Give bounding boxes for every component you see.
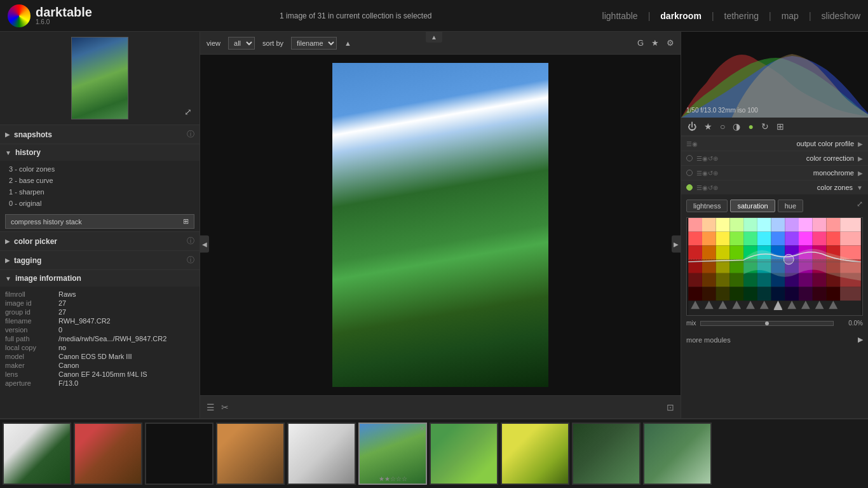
filmstrip-thumb[interactable]: [287, 423, 356, 485]
compress-history-button[interactable]: compress history stack ⊞: [5, 214, 194, 229]
top-collapse-button[interactable]: ▲: [426, 32, 442, 43]
export-icon[interactable]: ⊡: [667, 402, 674, 412]
svg-rect-13: [688, 232, 702, 246]
svg-rect-51: [716, 273, 730, 287]
filmstrip-thumb[interactable]: [3, 423, 71, 485]
filmstrip-rating[interactable]: ★★☆☆☆: [379, 475, 407, 482]
cz-tab-hue[interactable]: hue: [778, 200, 803, 212]
color-correction-header[interactable]: ☰ ◉ ↺ ⊕ color correction ▶: [681, 151, 868, 165]
sort-asc-icon[interactable]: ▲: [344, 39, 351, 47]
image-info-title: image information: [15, 274, 194, 283]
more-modules-button[interactable]: more modules ▶: [681, 332, 868, 348]
module-reset-icon2[interactable]: ↺: [708, 155, 713, 162]
more-modules-arrow-icon: ▶: [858, 336, 863, 344]
quick-access-icon[interactable]: ✂: [221, 402, 229, 412]
color-zones-header[interactable]: ☰ ◉ ↺ ⊕ color zones ▼: [681, 180, 868, 194]
color-picker-info-icon[interactable]: ⓘ: [187, 236, 194, 247]
full-circle-icon[interactable]: ●: [748, 121, 753, 132]
mix-slider[interactable]: [700, 321, 834, 326]
color-zones-grid[interactable]: [686, 217, 863, 316]
module-presets-icon3[interactable]: ◉: [702, 170, 708, 177]
module-reset-icon4[interactable]: ↺: [708, 184, 713, 191]
monochrome-enable[interactable]: [686, 170, 693, 176]
svg-rect-6: [757, 218, 771, 232]
history-header[interactable]: ▼ history: [0, 144, 200, 161]
grid-icon[interactable]: ⊞: [776, 121, 784, 132]
filmstrip-thumb[interactable]: [430, 423, 498, 485]
info-group-id: group id 27: [5, 308, 194, 316]
tagging-section: ▶ tagging ⓘ: [0, 250, 200, 269]
left-panel-collapse-button[interactable]: ◀: [200, 236, 209, 253]
cz-expand-icon[interactable]: ⤢: [857, 200, 863, 212]
filmstrip-thumb[interactable]: [572, 423, 641, 485]
image-info-header[interactable]: ▼ image information: [0, 270, 200, 287]
tagging-header[interactable]: ▶ tagging ⓘ: [0, 251, 200, 269]
filmstrip-thumb-selected[interactable]: ✕ ★★☆☆☆: [358, 423, 427, 485]
presets-star-icon[interactable]: ★: [704, 121, 712, 132]
svg-rect-4: [729, 218, 743, 232]
cz-tab-lightness[interactable]: lightness: [686, 200, 728, 212]
module-list-icon3[interactable]: ☰: [696, 170, 702, 177]
grid-view-icon[interactable]: G: [637, 38, 644, 48]
module-presets-icon4[interactable]: ◉: [702, 184, 708, 191]
filmstrip-thumb[interactable]: [501, 423, 569, 485]
nav-lighttable[interactable]: lighttable: [602, 11, 638, 21]
module-list-icon2[interactable]: ☰: [696, 155, 702, 162]
module-list-icon[interactable]: ☰: [207, 402, 215, 412]
svg-rect-8: [785, 218, 799, 232]
tagging-info-icon[interactable]: ⓘ: [187, 255, 194, 266]
monochrome-arrow-icon: ▶: [858, 170, 863, 177]
history-item[interactable]: 3 - color zones: [5, 163, 194, 175]
svg-rect-23: [826, 232, 840, 246]
module-presets-icon2[interactable]: ◉: [702, 155, 708, 162]
nav-slideshow[interactable]: slideshow: [822, 11, 860, 21]
filmstrip-thumb[interactable]: [74, 423, 142, 485]
right-panel-collapse-button[interactable]: ▶: [672, 236, 681, 253]
svg-rect-5: [743, 218, 757, 232]
info-model: model Canon EOS 5D Mark III: [5, 353, 194, 360]
sync-icon[interactable]: ↻: [761, 121, 769, 132]
color-picker-header[interactable]: ▶ color picker ⓘ: [0, 232, 200, 250]
view-select[interactable]: all: [228, 37, 255, 50]
module-list-icon4[interactable]: ☰: [696, 184, 702, 191]
histogram-chart: [681, 32, 868, 118]
nav-tethering[interactable]: tethering: [724, 11, 759, 21]
filmstrip-close-icon[interactable]: ✕: [419, 425, 424, 432]
module-copy-icon4[interactable]: ⊕: [713, 184, 718, 191]
monochrome-header[interactable]: ☰ ◉ ↺ ⊕ monochrome ▶: [681, 166, 868, 180]
module-presets-icon[interactable]: ◉: [692, 140, 698, 147]
history-item[interactable]: 2 - base curve: [5, 175, 194, 186]
output-color-profile-header[interactable]: ☰ ◉ output color profile ▶: [681, 137, 868, 151]
module-list-icon[interactable]: ☰: [686, 140, 692, 147]
image-info-arrow-icon: ▼: [5, 275, 11, 282]
color-zones-enable[interactable]: [686, 184, 693, 191]
filmstrip-thumb[interactable]: [216, 423, 285, 485]
svg-rect-2: [702, 218, 716, 232]
filmstrip-thumb[interactable]: [643, 423, 712, 485]
history-item[interactable]: 1 - sharpen: [5, 186, 194, 198]
mix-value: 0.0%: [837, 320, 863, 327]
history-title: history: [15, 148, 194, 157]
circle-outline-icon[interactable]: ○: [720, 121, 725, 132]
power-icon[interactable]: ⏻: [688, 121, 696, 132]
nav-map[interactable]: map: [782, 11, 799, 21]
sort-select[interactable]: filename: [291, 37, 337, 50]
svg-rect-58: [813, 273, 827, 287]
logo-area: darktable 1.6.0: [8, 4, 109, 27]
color-correction-enable[interactable]: [686, 155, 693, 161]
snapshots-header[interactable]: ▶ snapshots ⓘ: [0, 125, 200, 144]
app-name: darktable: [36, 6, 92, 18]
color-correction-module: ☰ ◉ ↺ ⊕ color correction ▶: [681, 151, 868, 165]
snapshots-info-icon[interactable]: ⓘ: [187, 129, 194, 140]
module-copy-icon2[interactable]: ⊕: [713, 155, 718, 162]
filmstrip-thumb[interactable]: [145, 423, 214, 485]
settings-icon[interactable]: ⚙: [667, 38, 674, 48]
module-reset-icon3[interactable]: ↺: [708, 170, 713, 177]
expand-thumbnail-icon[interactable]: ⤢: [184, 107, 192, 117]
history-item[interactable]: 0 - original: [5, 198, 194, 209]
half-circle-icon[interactable]: ◑: [733, 121, 740, 132]
module-copy-icon3[interactable]: ⊕: [713, 170, 718, 177]
cz-tab-saturation[interactable]: saturation: [730, 200, 775, 212]
nav-darkroom[interactable]: darkroom: [660, 11, 702, 21]
star-icon[interactable]: ★: [651, 38, 659, 48]
